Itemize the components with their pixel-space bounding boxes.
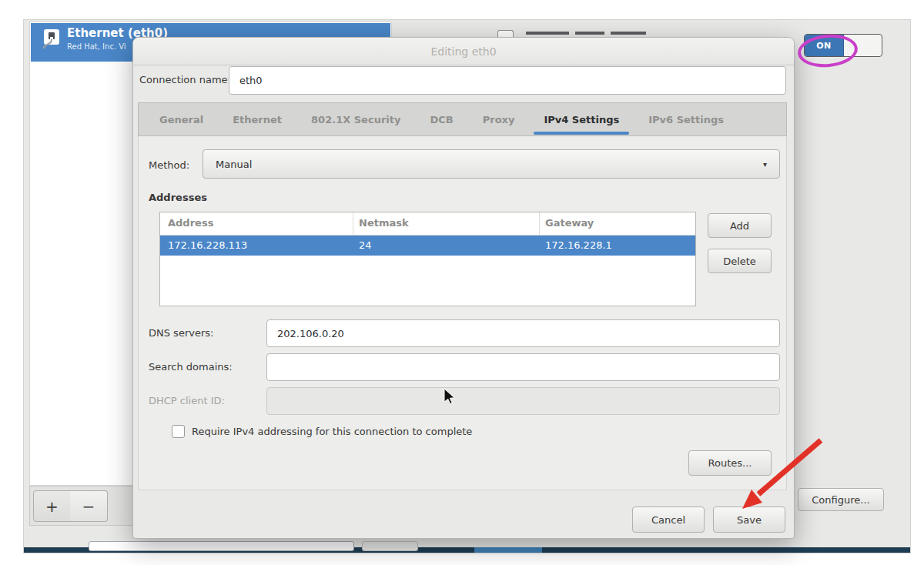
address-table-row[interactable]: 172.16.228.113 24 172.16.228.1 — [160, 236, 695, 256]
require-ipv4-checkbox[interactable] — [172, 425, 185, 438]
method-label: Method: — [149, 159, 189, 171]
settings-tabbar: General Ethernet 802.1X Security DCB Pro… — [138, 102, 787, 136]
tab-proxy[interactable]: Proxy — [468, 103, 530, 135]
method-dropdown[interactable]: Manual ▾ — [203, 149, 780, 179]
add-connection-button[interactable]: + — [33, 490, 71, 522]
ethernet-icon — [42, 28, 60, 52]
clipped-entry-field[interactable] — [89, 541, 354, 551]
gateway-cell: 172.16.228.1 — [545, 239, 612, 251]
dialog-title: Editing eth0 — [430, 45, 496, 58]
addresses-section-label: Addresses — [149, 192, 207, 203]
search-domains-input[interactable] — [266, 353, 780, 381]
tab-8021x-security[interactable]: 802.1X Security — [296, 103, 415, 135]
connection-name-label: Connection name: — [139, 74, 231, 85]
configure-button[interactable]: Configure... — [798, 488, 884, 511]
dhcp-client-id-label: DHCP client ID: — [149, 395, 225, 406]
screenshot-root: Ethernet (eth0) Red Hat, Inc. Vi ON + − … — [0, 0, 924, 565]
netmask-cell: 24 — [359, 239, 372, 251]
routes-button[interactable]: Routes... — [688, 450, 772, 476]
tab-general[interactable]: General — [145, 103, 218, 135]
ipv4-settings-panel — [138, 136, 787, 490]
tab-ipv4-settings[interactable]: IPv4 Settings — [529, 103, 634, 135]
column-header-netmask[interactable]: Netmask — [359, 217, 409, 229]
connection-name-input[interactable]: eth0 — [229, 66, 786, 95]
column-header-address[interactable]: Address — [168, 217, 213, 229]
clipped-button[interactable] — [362, 541, 418, 551]
addresses-table[interactable]: Address Netmask Gateway 172.16.228.113 2… — [159, 212, 696, 306]
address-cell: 172.16.228.113 — [168, 239, 247, 251]
dns-servers-input[interactable]: 202.106.0.20 — [266, 319, 780, 347]
clipped-text-fragment — [575, 32, 604, 35]
require-ipv4-label: Require IPv4 addressing for this connect… — [192, 426, 472, 437]
addresses-table-header: Address Netmask Gateway — [160, 212, 695, 236]
search-domains-label: Search domains: — [149, 361, 233, 373]
dns-servers-label: DNS servers: — [149, 327, 213, 339]
delete-address-button[interactable]: Delete — [708, 249, 772, 273]
dialog-headerbar[interactable]: Editing eth0 — [133, 38, 794, 65]
remove-connection-button[interactable]: − — [70, 490, 108, 522]
tab-ethernet[interactable]: Ethernet — [218, 103, 296, 135]
chevron-down-icon: ▾ — [763, 160, 767, 169]
method-value: Manual — [216, 159, 252, 170]
column-header-gateway[interactable]: Gateway — [545, 217, 594, 229]
tab-ipv6-settings[interactable]: IPv6 Settings — [634, 103, 738, 135]
dhcp-client-id-input — [266, 387, 780, 415]
tab-dcb[interactable]: DCB — [415, 103, 467, 135]
add-address-button[interactable]: Add — [708, 213, 772, 238]
column-divider — [353, 212, 353, 236]
column-divider — [539, 212, 540, 236]
statusbar-accent — [474, 547, 542, 553]
cancel-button[interactable]: Cancel — [632, 506, 705, 533]
editing-eth0-dialog: Editing eth0 Connection name: eth0 Gener… — [132, 37, 795, 539]
connection-subtitle: Red Hat, Inc. Vi — [67, 42, 126, 51]
save-button[interactable]: Save — [713, 506, 785, 533]
clipped-text-fragment — [611, 32, 646, 35]
clipped-text-fragment — [526, 32, 569, 35]
